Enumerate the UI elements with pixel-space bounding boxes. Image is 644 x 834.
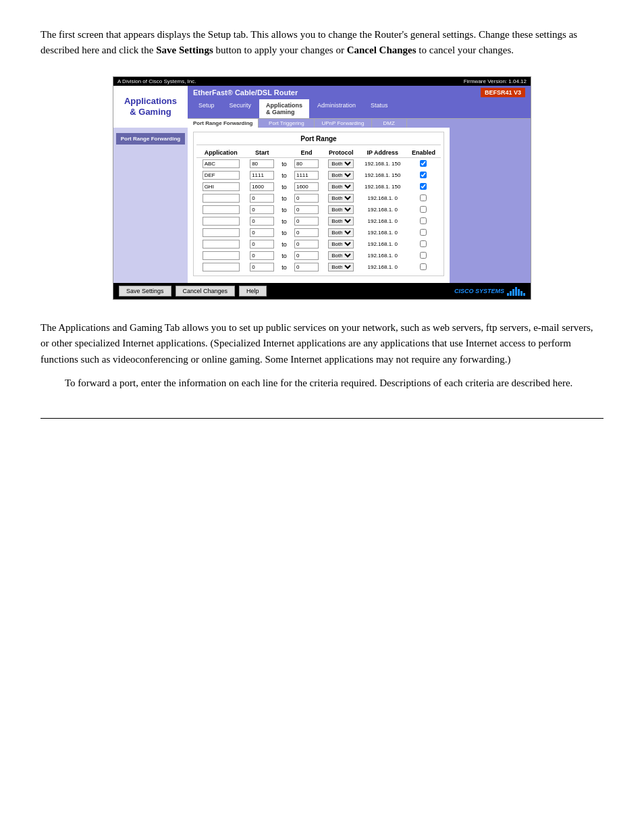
to-label-7: to xyxy=(279,238,290,250)
table-row: toBothTCPUDP192.168.1. 0 xyxy=(196,250,441,261)
table-row: toBothTCPUDP192.168.1. 0 xyxy=(196,227,441,238)
router-sidebar: Port Range Forwarding xyxy=(113,128,188,283)
protocol-select-1[interactable]: BothTCPUDP xyxy=(328,171,354,180)
enabled-checkbox-4[interactable] xyxy=(420,206,427,213)
protocol-select-6[interactable]: BothTCPUDP xyxy=(328,228,354,237)
nav-security[interactable]: Security xyxy=(223,99,259,118)
company-name: A Division of Cisco Systems, Inc. xyxy=(117,78,196,84)
start-input-4[interactable] xyxy=(250,205,274,214)
bottom-para-1: The Applications and Gaming Tab allows y… xyxy=(41,320,603,367)
sub-nav-port-range-forwarding[interactable]: Port Range Forwarding xyxy=(188,119,259,128)
app-input-4[interactable] xyxy=(203,205,240,214)
start-input-7[interactable] xyxy=(250,240,274,249)
router-content: Port Range Forwarding Port Range Applica… xyxy=(113,128,531,283)
cisco-text: CISCO SYSTEMS xyxy=(454,288,504,294)
intro-paragraph: The first screen that appears displays t… xyxy=(41,27,603,57)
ip-address-0: 192.168.1. 150 xyxy=(359,158,406,170)
enabled-checkbox-6[interactable] xyxy=(420,229,427,236)
sub-nav-port-triggering[interactable]: Port Triggering xyxy=(259,119,315,128)
col-enabled: Enabled xyxy=(406,148,441,158)
port-table: Application Start End Protocol IP Addres… xyxy=(196,148,441,273)
start-input-1[interactable] xyxy=(250,171,274,180)
sidebar-port-range-forwarding[interactable]: Port Range Forwarding xyxy=(116,133,185,145)
cisco-logo: CISCO SYSTEMS xyxy=(454,287,525,296)
end-input-4[interactable] xyxy=(294,205,319,214)
protocol-select-5[interactable]: BothTCPUDP xyxy=(328,217,354,226)
save-settings-button[interactable]: Save Settings xyxy=(119,286,171,296)
table-row: toBothTCPUDP192.168.1. 150 xyxy=(196,181,441,192)
enabled-checkbox-0[interactable] xyxy=(420,160,427,167)
to-label-9: to xyxy=(279,261,290,273)
end-input-0[interactable] xyxy=(294,159,319,168)
app-input-9[interactable] xyxy=(203,263,240,271)
protocol-select-3[interactable]: BothTCPUDP xyxy=(328,194,354,203)
end-input-7[interactable] xyxy=(294,240,319,249)
app-input-3[interactable] xyxy=(203,194,240,203)
enabled-checkbox-5[interactable] xyxy=(420,217,427,224)
router-header-right: EtherFast® Cable/DSL Router BEFSR41 V3 S… xyxy=(188,86,531,128)
start-input-2[interactable] xyxy=(250,182,274,191)
protocol-select-0[interactable]: BothTCPUDP xyxy=(328,159,354,168)
nav-status[interactable]: Status xyxy=(364,99,395,118)
app-input-6[interactable] xyxy=(203,228,240,237)
router-ui-screenshot: A Division of Cisco Systems, Inc. Firmwa… xyxy=(113,76,531,300)
start-input-0[interactable] xyxy=(250,159,274,168)
col-protocol: Protocol xyxy=(323,148,359,158)
protocol-select-7[interactable]: BothTCPUDP xyxy=(328,240,354,249)
enabled-checkbox-1[interactable] xyxy=(420,172,427,178)
end-input-5[interactable] xyxy=(294,217,319,226)
to-label-4: to xyxy=(279,204,290,215)
start-input-9[interactable] xyxy=(250,263,274,271)
table-row: toBothTCPUDP192.168.1. 0 xyxy=(196,261,441,273)
bottom-para-2: To forward a port, enter the information… xyxy=(41,375,603,391)
protocol-select-8[interactable]: BothTCPUDP xyxy=(328,251,354,260)
app-input-7[interactable] xyxy=(203,240,240,249)
cancel-changes-button[interactable]: Cancel Changes xyxy=(176,286,236,296)
sub-nav-upnp-forwarding[interactable]: UPnP Forwarding xyxy=(315,119,371,128)
start-input-6[interactable] xyxy=(250,228,274,237)
table-row: toBothTCPUDP192.168.1. 0 xyxy=(196,238,441,250)
enabled-checkbox-9[interactable] xyxy=(420,263,427,270)
enabled-checkbox-3[interactable] xyxy=(420,194,427,201)
end-input-2[interactable] xyxy=(294,182,319,191)
port-range-section: Port Range Application Start End Protoco… xyxy=(193,132,444,276)
table-row: toBothTCPUDP192.168.1. 0 xyxy=(196,192,441,204)
app-input-8[interactable] xyxy=(203,251,240,260)
nav-administration[interactable]: Administration xyxy=(311,99,363,118)
router-main: Port Range Application Start End Protoco… xyxy=(188,128,450,283)
end-input-1[interactable] xyxy=(294,171,319,180)
sub-nav-dmz[interactable]: DMZ xyxy=(372,119,407,128)
start-input-3[interactable] xyxy=(250,194,274,203)
help-button[interactable]: Help xyxy=(239,286,267,296)
ip-address-7: 192.168.1. 0 xyxy=(359,238,406,250)
ip-address-6: 192.168.1. 0 xyxy=(359,227,406,238)
bottom-text: The Applications and Gaming Tab allows y… xyxy=(41,320,603,391)
protocol-select-9[interactable]: BothTCPUDP xyxy=(328,263,354,271)
brand-title: Applications & Gaming xyxy=(124,96,177,117)
router-footer-buttons: Save Settings Cancel Changes Help xyxy=(119,286,267,296)
ip-address-1: 192.168.1. 150 xyxy=(359,170,406,181)
app-input-2[interactable] xyxy=(203,182,240,191)
protocol-select-2[interactable]: BothTCPUDP xyxy=(328,182,354,191)
protocol-select-4[interactable]: BothTCPUDP xyxy=(328,205,354,214)
nav-applications-gaming[interactable]: Applications& Gaming xyxy=(259,99,309,118)
ip-address-5: 192.168.1. 0 xyxy=(359,215,406,227)
col-to xyxy=(279,148,290,158)
intro-text-end: to cancel your changes. xyxy=(417,45,514,55)
table-row: toBothTCPUDP192.168.1. 150 xyxy=(196,170,441,181)
app-input-5[interactable] xyxy=(203,217,240,226)
start-input-8[interactable] xyxy=(250,251,274,260)
cisco-bar-6 xyxy=(520,291,522,296)
end-input-9[interactable] xyxy=(294,263,319,271)
enabled-checkbox-2[interactable] xyxy=(420,183,427,190)
app-input-0[interactable] xyxy=(203,159,240,168)
enabled-checkbox-8[interactable] xyxy=(420,252,427,259)
end-input-6[interactable] xyxy=(294,228,319,237)
cisco-bar-7 xyxy=(523,293,525,296)
start-input-5[interactable] xyxy=(250,217,274,226)
end-input-8[interactable] xyxy=(294,251,319,260)
enabled-checkbox-7[interactable] xyxy=(420,240,427,247)
end-input-3[interactable] xyxy=(294,194,319,203)
app-input-1[interactable] xyxy=(203,171,240,180)
nav-setup[interactable]: Setup xyxy=(192,99,221,118)
